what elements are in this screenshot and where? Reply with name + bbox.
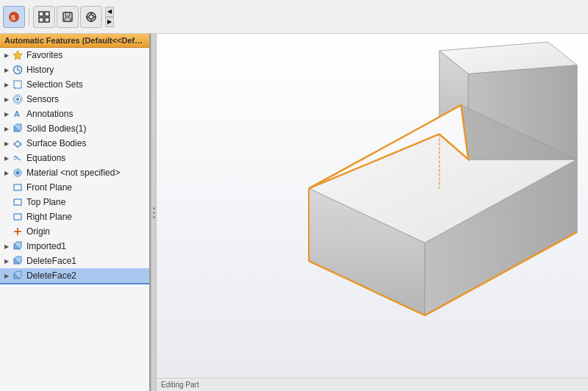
canvas-area[interactable]: Editing Part [157, 34, 588, 391]
toolbar-sep-1 [29, 8, 29, 26]
history-label: History [26, 65, 54, 75]
svg-point-28 [16, 171, 20, 175]
tree-item-sensors[interactable]: ▶ Sensors [0, 92, 149, 107]
3d-model-svg [157, 34, 588, 391]
expand-arrow-history[interactable]: ▶ [3, 66, 10, 73]
sidebar: Automatic Features (Default<<Default>_I … [0, 34, 151, 391]
top-plane-icon [12, 196, 24, 208]
sensors-label: Sensors [26, 94, 59, 104]
solid-bodies-label: Solid Bodies(1) [26, 123, 86, 134]
front-plane-icon [12, 182, 24, 193]
origin-label: Origin [26, 226, 50, 237]
resize-dot-1 [153, 207, 155, 209]
equations-icon: = [12, 152, 24, 164]
tree-item-deleteface2[interactable]: ▶ DeleteFace2 [0, 268, 149, 284]
svg-rect-30 [14, 199, 21, 205]
top-plane-label: Top Plane [26, 197, 65, 207]
origin-icon [12, 226, 24, 237]
expand-arrow-deleteface1[interactable]: ▶ [3, 257, 10, 265]
surface-bodies-label: Surface Bodies [26, 138, 86, 148]
expand-arrow-surface-bodies[interactable]: ▶ [3, 140, 10, 147]
selection-sets-icon [12, 79, 24, 90]
front-plane-label: Front Plane [26, 182, 72, 193]
target-btn[interactable] [80, 6, 102, 28]
favorites-icon [12, 49, 24, 61]
expand-arrow-material[interactable]: ▶ [3, 169, 10, 176]
resize-dot-3 [153, 216, 155, 218]
nav-next[interactable]: ▶ [105, 17, 114, 27]
deleteface1-label: DeleteFace1 [26, 256, 76, 266]
imported1-icon [12, 240, 24, 252]
tree-item-front-plane[interactable]: ▶ Front Plane [0, 180, 149, 195]
svg-rect-5 [45, 18, 49, 22]
status-bar: Editing Part [157, 378, 588, 391]
grid-view-btn[interactable] [33, 6, 55, 28]
expand-arrow-equations[interactable]: ▶ [3, 154, 10, 162]
expand-arrow-imported1[interactable]: ▶ [3, 243, 10, 250]
deleteface2-icon [12, 270, 24, 281]
svg-rect-17 [14, 81, 21, 88]
right-plane-icon [12, 211, 24, 223]
svg-marker-15 [13, 51, 22, 60]
tree-item-right-plane[interactable]: ▶ Right Plane [0, 209, 149, 224]
resize-dot-2 [153, 212, 155, 214]
svg-rect-8 [65, 18, 71, 21]
selection-sets-label: Selection Sets [26, 79, 83, 90]
svg-text:A: A [14, 110, 20, 118]
favorites-label: Favorites [26, 50, 62, 60]
expand-arrow-sensors[interactable]: ▶ [3, 96, 10, 103]
surface-bodies-icon [12, 137, 24, 149]
tree-item-imported1[interactable]: ▶ Imported1 [0, 239, 149, 254]
history-icon [12, 64, 24, 76]
expand-arrow-deleteface2[interactable]: ▶ [3, 272, 10, 279]
annotations-label: Annotations [26, 109, 73, 119]
expand-arrow-favorites[interactable]: ▶ [3, 51, 10, 59]
material-icon [12, 167, 24, 179]
status-text: Editing Part [161, 381, 199, 389]
svg-rect-7 [65, 12, 70, 16]
svg-marker-24 [14, 141, 21, 147]
svg-text:S: S [11, 14, 15, 21]
solidworks-logo-btn[interactable]: S [3, 6, 25, 28]
tree-container: ▶ Favorites ▶ History ▶ Selec [0, 48, 149, 391]
solid-bodies-icon [12, 123, 24, 134]
imported1-label: Imported1 [26, 241, 66, 251]
main-layout: Automatic Features (Default<<Default>_I … [0, 34, 588, 391]
svg-rect-29 [14, 184, 21, 190]
feature-manager-title: Automatic Features (Default<<Default>_I [0, 34, 149, 48]
tree-item-deleteface1[interactable]: ▶ DeleteFace1 [0, 254, 149, 268]
material-label: Material <not specified> [26, 168, 120, 178]
expand-arrow-selection-sets[interactable]: ▶ [3, 81, 10, 88]
tree-item-equations[interactable]: ▶ = Equations [0, 151, 149, 165]
equations-label: Equations [26, 153, 65, 163]
tree-item-top-plane[interactable]: ▶ Top Plane [0, 195, 149, 209]
nav-prev[interactable]: ◀ [105, 7, 114, 17]
save-btn[interactable] [57, 6, 79, 28]
nav-arrows[interactable]: ◀ ▶ [105, 7, 114, 27]
expand-arrow-solid-bodies[interactable]: ▶ [3, 125, 10, 132]
deleteface1-icon [12, 255, 24, 267]
annotations-icon: A [12, 108, 24, 120]
tree-item-solid-bodies[interactable]: ▶ Solid Bodies(1) [0, 121, 149, 136]
tree-item-history[interactable]: ▶ History [0, 62, 149, 77]
svg-point-18 [16, 98, 19, 101]
tree-item-material[interactable]: ▶ Material <not specified> [0, 165, 149, 180]
tree-item-selection-sets[interactable]: ▶ Selection Sets [0, 77, 149, 92]
expand-arrow-annotations[interactable]: ▶ [3, 110, 10, 118]
svg-text:=: = [13, 154, 18, 162]
tree-item-surface-bodies[interactable]: ▶ Surface Bodies [0, 136, 149, 151]
resize-dots [153, 207, 155, 218]
tree-item-annotations[interactable]: ▶ A Annotations [0, 107, 149, 121]
tree-item-origin[interactable]: ▶ Origin [0, 224, 149, 239]
svg-rect-2 [39, 12, 43, 16]
right-plane-label: Right Plane [26, 212, 72, 222]
tree-item-favorites[interactable]: ▶ Favorites [0, 48, 149, 62]
svg-rect-31 [14, 214, 21, 220]
svg-rect-4 [39, 18, 43, 22]
svg-point-10 [89, 15, 93, 19]
resize-handle[interactable] [151, 34, 157, 391]
deleteface2-label: DeleteFace2 [26, 270, 76, 281]
sensors-icon [12, 93, 24, 105]
main-toolbar: S ◀ ▶ [0, 0, 588, 34]
svg-rect-3 [45, 12, 49, 16]
